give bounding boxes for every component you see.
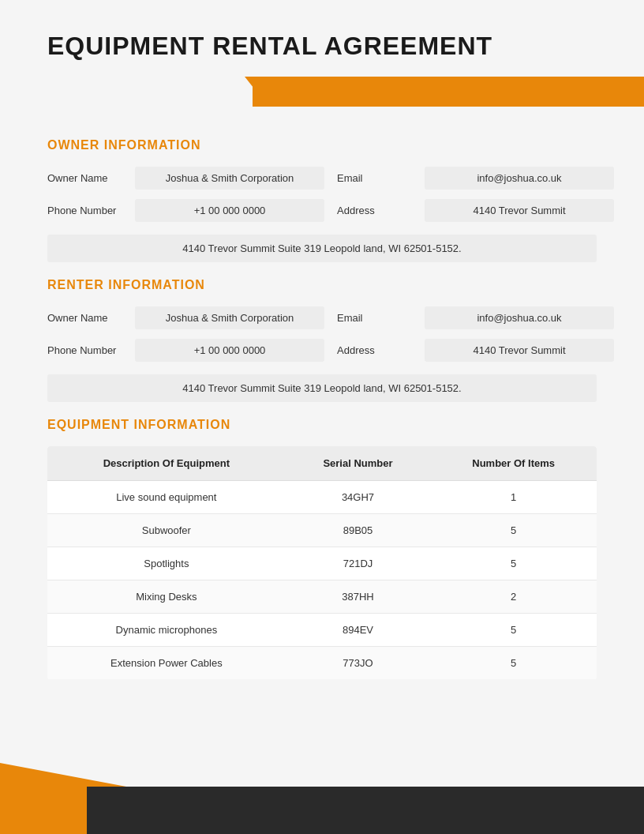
page-container: EQUIPMENT RENTAL AGREEMENT OWNER INFORMA… [0, 0, 644, 834]
equipment-serial: 773JO [286, 647, 431, 680]
table-row: Spotlights721DJ5 [47, 547, 597, 580]
col-description: Description Of Equipment [47, 446, 286, 481]
equipment-serial: 34GH7 [286, 481, 431, 514]
equipment-description: Mixing Desks [47, 580, 286, 614]
table-row: Dynamic microphones894EV5 [47, 614, 597, 647]
equipment-section: EQUIPMENT INFORMATION Description Of Equ… [47, 418, 597, 679]
renter-address-label: Address [337, 344, 412, 356]
owner-address-label: Address [337, 205, 412, 216]
renter-address-short: 4140 Trevor Summit [425, 339, 614, 362]
equipment-description: Subwoofer [47, 514, 286, 547]
equipment-description: Dynamic microphones [47, 614, 286, 647]
equipment-description: Extension Power Cables [47, 647, 286, 680]
owner-phone-row: Phone Number +1 00 000 0000 Address 4140… [47, 199, 597, 222]
equipment-table-header-row: Description Of Equipment Serial Number N… [47, 446, 597, 481]
equipment-section-heading: EQUIPMENT INFORMATION [47, 418, 597, 432]
owner-name-label: Owner Name [47, 172, 122, 184]
content-section: OWNER INFORMATION Owner Name Joshua & Sm… [0, 115, 644, 699]
renter-email-value: info@joshua.co.uk [425, 306, 614, 329]
equipment-serial: 894EV [286, 614, 431, 647]
equipment-serial: 721DJ [286, 547, 431, 580]
table-row: Subwoofer89B055 [47, 514, 597, 547]
equipment-quantity: 2 [430, 580, 597, 614]
equipment-description: Spotlights [47, 547, 286, 580]
owner-name-value: Joshua & Smith Corporation [135, 167, 324, 190]
renter-section: RENTER INFORMATION Owner Name Joshua & S… [47, 278, 597, 402]
equipment-quantity: 5 [430, 614, 597, 647]
renter-phone-label: Phone Number [47, 344, 122, 356]
owner-phone-value: +1 00 000 0000 [135, 199, 324, 222]
owner-info-grid: Owner Name Joshua & Smith Corporation Em… [47, 167, 597, 262]
footer-triangle [0, 763, 126, 787]
equipment-quantity: 5 [430, 514, 597, 547]
owner-section: OWNER INFORMATION Owner Name Joshua & Sm… [47, 138, 597, 262]
owner-name-row: Owner Name Joshua & Smith Corporation Em… [47, 167, 597, 190]
footer-section [0, 787, 644, 834]
banner-triangle [245, 77, 268, 107]
owner-address-full: 4140 Trevor Summit Suite 319 Leopold lan… [47, 235, 597, 262]
owner-address-short: 4140 Trevor Summit [425, 199, 614, 222]
col-quantity: Number Of Items [430, 446, 597, 481]
orange-banner [0, 77, 644, 107]
owner-phone-label: Phone Number [47, 205, 122, 216]
renter-phone-value: +1 00 000 0000 [135, 339, 324, 362]
equipment-table: Description Of Equipment Serial Number N… [47, 446, 597, 679]
equipment-table-head: Description Of Equipment Serial Number N… [47, 446, 597, 481]
equipment-description: Live sound equipment [47, 481, 286, 514]
footer-orange-block [0, 787, 87, 834]
equipment-table-body: Live sound equipment34GH71Subwoofer89B05… [47, 481, 597, 680]
renter-name-label: Owner Name [47, 312, 122, 324]
renter-info-grid: Owner Name Joshua & Smith Corporation Em… [47, 306, 597, 402]
equipment-quantity: 5 [430, 547, 597, 580]
owner-section-heading: OWNER INFORMATION [47, 138, 597, 152]
renter-name-value: Joshua & Smith Corporation [135, 306, 324, 329]
table-row: Extension Power Cables773JO5 [47, 647, 597, 680]
owner-email-label: Email [337, 172, 412, 184]
page-title: EQUIPMENT RENTAL AGREEMENT [47, 32, 597, 61]
renter-email-label: Email [337, 312, 412, 324]
equipment-quantity: 1 [430, 481, 597, 514]
renter-phone-row: Phone Number +1 00 000 0000 Address 4140… [47, 339, 597, 362]
col-serial: Serial Number [286, 446, 431, 481]
renter-section-heading: RENTER INFORMATION [47, 278, 597, 292]
equipment-quantity: 5 [430, 647, 597, 680]
table-row: Live sound equipment34GH71 [47, 481, 597, 514]
table-row: Mixing Desks387HH2 [47, 580, 597, 614]
equipment-serial: 89B05 [286, 514, 431, 547]
owner-email-value: info@joshua.co.uk [425, 167, 614, 190]
header-section: EQUIPMENT RENTAL AGREEMENT [0, 0, 644, 77]
renter-address-full: 4140 Trevor Summit Suite 319 Leopold lan… [47, 374, 597, 402]
renter-name-row: Owner Name Joshua & Smith Corporation Em… [47, 306, 597, 329]
equipment-serial: 387HH [286, 580, 431, 614]
